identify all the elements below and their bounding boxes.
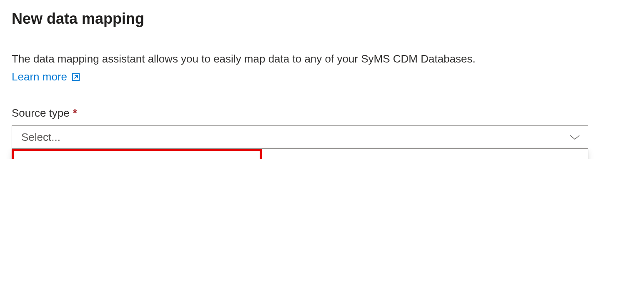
- source-type-field: Source type * Select... Azure: [12, 107, 632, 149]
- source-type-dropdown: Azure Data Lake Storage Gen2 SyMS CDM da…: [12, 149, 588, 159]
- source-type-label-text: Source type: [12, 107, 70, 120]
- learn-more-label: Learn more: [12, 70, 67, 83]
- chevron-down-icon: [569, 134, 580, 140]
- source-type-label: Source type *: [12, 107, 77, 120]
- source-type-select[interactable]: Select...: [12, 125, 588, 149]
- open-new-window-icon: [71, 73, 80, 82]
- page-description: The data mapping assistant allows you to…: [12, 51, 632, 67]
- page-title: New data mapping: [12, 10, 632, 28]
- required-marker: *: [73, 107, 77, 120]
- learn-more-link[interactable]: Learn more: [12, 70, 80, 83]
- source-type-placeholder: Select...: [21, 131, 60, 144]
- source-type-option-adls[interactable]: Azure Data Lake Storage Gen2: [12, 153, 588, 159]
